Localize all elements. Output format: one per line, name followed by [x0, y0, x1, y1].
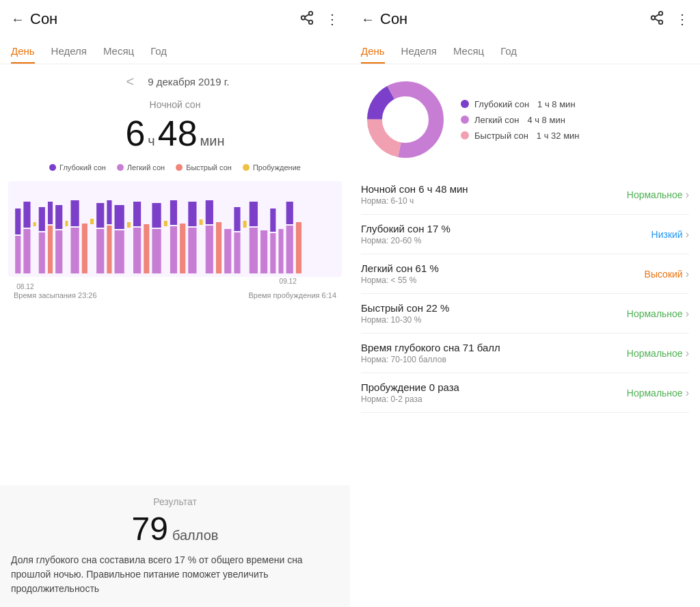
right-header-icons: ⋮ — [649, 10, 689, 29]
stats-list: Ночной сон 6 ч 48 мин Норма: 6-10 ч Норм… — [350, 175, 700, 607]
svg-rect-46 — [234, 207, 240, 231]
stat-status-label-1: Высокий — [645, 269, 683, 280]
stat-title-0: Глубокий сон 17 % — [361, 223, 651, 234]
right-share-icon[interactable] — [649, 10, 664, 29]
sleep-legend: Глубокий сон Легкий сон Быстрый сон Проб… — [0, 159, 350, 176]
sleep-m-unit: мин — [200, 133, 225, 149]
svg-rect-23 — [96, 203, 104, 228]
sleep-h-unit: ч — [148, 133, 154, 149]
svg-rect-35 — [170, 226, 177, 273]
svg-rect-30 — [133, 202, 141, 226]
stat-status-4[interactable]: Нормальное › — [627, 387, 689, 399]
sleep-duration: 6 ч 48 мин — [11, 113, 339, 154]
left-tab-day[interactable]: День — [11, 38, 35, 64]
stat-chevron-0: › — [686, 228, 689, 241]
svg-rect-14 — [48, 202, 53, 224]
left-header: ← Сон ⋮ — [0, 0, 350, 38]
sleep-chart-area: 08.12 09.12 Время засыпания 23:26 Время … — [0, 176, 350, 485]
stat-norm-4: Норма: 0-2 раза — [361, 394, 627, 404]
svg-rect-40 — [200, 219, 203, 225]
legend-light-dot — [117, 164, 124, 171]
svg-point-0 — [309, 11, 313, 15]
right-tab-month[interactable]: Месяц — [453, 38, 484, 64]
night-sleep-info: Ночной сон 6 ч 48 мин Норма: 6-10 ч — [361, 183, 627, 206]
result-text: Доля глубокого сна составила всего 17 % … — [11, 553, 339, 596]
left-tabs: День Неделя Месяц Год — [0, 38, 350, 64]
right-tabs: День Неделя Месяц Год — [350, 38, 700, 64]
svg-rect-43 — [216, 222, 221, 273]
stat-norm-0: Норма: 20-60 % — [361, 236, 651, 245]
right-tab-day[interactable]: День — [361, 38, 385, 64]
svg-point-60 — [651, 16, 656, 20]
stat-chevron-3: › — [686, 347, 689, 360]
sleep-hours: 6 — [125, 113, 145, 154]
donut-light-value: 4 ч 8 мин — [527, 115, 565, 125]
score-number: 79 — [132, 510, 168, 548]
svg-line-63 — [655, 14, 659, 16]
right-tab-week[interactable]: Неделя — [401, 38, 437, 64]
svg-rect-33 — [152, 203, 161, 228]
donut-rem-dot — [461, 131, 469, 139]
stat-row-2: Быстрый сон 22 % Норма: 10-30 % Нормальн… — [361, 294, 689, 334]
legend-deep-label: Глубокий сон — [59, 163, 106, 172]
svg-line-4 — [305, 14, 309, 16]
svg-rect-47 — [243, 221, 247, 228]
stat-title-2: Быстрый сон 22 % — [361, 302, 627, 314]
stat-status-1[interactable]: Высокий › — [645, 268, 689, 280]
svg-text:08.12: 08.12 — [16, 283, 34, 291]
stat-row-4: Пробуждение 0 раза Норма: 0-2 раза Норма… — [361, 373, 689, 413]
svg-point-61 — [659, 20, 663, 23]
svg-rect-17 — [65, 221, 68, 226]
stat-row-3: Время глубокого сна 71 балл Норма: 70-10… — [361, 334, 689, 373]
svg-rect-10 — [33, 222, 36, 226]
svg-rect-36 — [170, 200, 177, 225]
svg-rect-9 — [23, 202, 30, 228]
left-back-button[interactable]: ← — [11, 12, 25, 27]
left-tab-year[interactable]: Год — [150, 38, 167, 64]
stat-chevron-2: › — [686, 308, 689, 320]
stat-norm-2: Норма: 10-30 % — [361, 315, 627, 325]
svg-rect-41 — [206, 226, 213, 273]
legend-wake-label: Пробуждение — [253, 163, 301, 172]
donut-deep-value: 1 ч 8 мин — [537, 99, 575, 109]
night-sleep-norm: Норма: 6-10 ч — [361, 196, 627, 206]
donut-light-dot — [461, 116, 469, 124]
svg-rect-28 — [127, 222, 131, 228]
svg-rect-12 — [39, 207, 45, 231]
svg-rect-16 — [55, 205, 62, 229]
svg-rect-38 — [188, 228, 196, 273]
svg-rect-53 — [278, 229, 283, 273]
right-tab-year[interactable]: Год — [500, 38, 517, 64]
result-section: Результат 79 баллов Доля глубокого сна с… — [0, 485, 350, 607]
svg-rect-22 — [96, 229, 104, 273]
right-more-icon[interactable]: ⋮ — [675, 11, 689, 27]
stat-title-1: Легкий сон 61 % — [361, 262, 645, 274]
svg-rect-24 — [107, 226, 111, 273]
prev-date-button[interactable]: < — [121, 71, 140, 92]
night-sleep-stat: Ночной сон 6 ч 48 мин Норма: 6-10 ч Норм… — [361, 175, 689, 215]
legend-deep-dot — [49, 164, 56, 171]
legend-wake: Пробуждение — [243, 163, 301, 172]
svg-rect-44 — [224, 229, 231, 273]
donut-chart — [361, 75, 450, 164]
night-sleep-status-label: Нормальное — [627, 189, 683, 200]
stat-status-3[interactable]: Нормальное › — [627, 347, 689, 360]
right-back-button[interactable]: ← — [361, 12, 375, 27]
stat-status-2[interactable]: Нормальное › — [627, 308, 689, 320]
left-tab-week[interactable]: Неделя — [51, 38, 87, 64]
svg-rect-37 — [180, 224, 185, 273]
svg-rect-25 — [107, 200, 111, 224]
result-score: 79 баллов — [11, 510, 339, 548]
donut-deep: Глубокий сон 1 ч 8 мин — [461, 99, 580, 109]
left-more-icon[interactable]: ⋮ — [325, 11, 339, 27]
stat-status-0[interactable]: Низкий › — [651, 228, 689, 241]
night-sleep-status[interactable]: Нормальное › — [627, 189, 689, 201]
stat-info-2: Быстрый сон 22 % Норма: 10-30 % — [361, 302, 627, 325]
left-tab-month[interactable]: Месяц — [103, 38, 134, 64]
svg-rect-20 — [82, 224, 88, 273]
legend-deep: Глубокий сон — [49, 163, 106, 172]
svg-rect-15 — [55, 230, 62, 273]
left-share-icon[interactable] — [299, 10, 314, 29]
svg-rect-48 — [250, 228, 258, 273]
svg-rect-13 — [48, 226, 53, 273]
